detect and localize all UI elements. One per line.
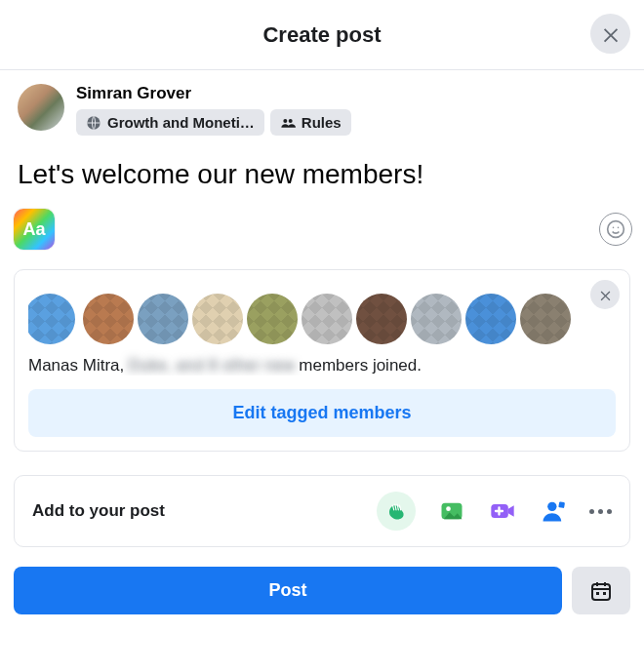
tagged-avatar <box>411 294 462 344</box>
author-name: Simran Grover <box>76 84 351 103</box>
photo-icon <box>438 497 465 525</box>
compose-tools-row: Aa <box>0 201 644 250</box>
bottom-actions: Post <box>0 547 644 614</box>
tag-person-icon <box>540 497 567 525</box>
wave-button[interactable] <box>377 492 416 531</box>
tagged-avatar <box>138 294 188 344</box>
svg-rect-10 <box>558 501 565 508</box>
tagged-avatar <box>302 294 352 344</box>
destination-label: Growth and Moneti… <box>107 114 255 131</box>
svg-point-1 <box>283 119 287 123</box>
remove-tagged-card-button[interactable] <box>590 280 620 309</box>
tagged-avatar <box>192 294 243 344</box>
add-to-post-row: Add to your post <box>14 475 630 547</box>
schedule-button[interactable] <box>572 567 630 614</box>
author-row: Simran Grover Growth and Moneti… Rules <box>0 70 644 136</box>
svg-point-7 <box>446 506 451 511</box>
svg-point-9 <box>547 502 556 511</box>
background-picker-label: Aa <box>22 219 45 240</box>
svg-point-2 <box>288 119 292 123</box>
add-to-post-label: Add to your post <box>32 501 165 521</box>
svg-point-3 <box>608 221 624 238</box>
post-text-input[interactable]: Let's welcome our new members! <box>0 136 644 201</box>
post-button[interactable]: Post <box>14 567 562 614</box>
more-icon <box>589 509 594 514</box>
group-icon <box>280 115 296 131</box>
globe-icon <box>86 115 101 131</box>
photo-button[interactable] <box>437 496 466 526</box>
tagged-summary-suffix: members joined. <box>299 356 422 376</box>
emoji-icon <box>606 219 625 239</box>
destination-chip[interactable]: Growth and Moneti… <box>76 109 264 136</box>
tagged-summary-prefix: Manas Mitra, <box>28 356 124 376</box>
calendar-icon <box>589 579 613 603</box>
rules-chip[interactable]: Rules <box>270 109 351 136</box>
video-button[interactable] <box>488 496 517 526</box>
author-info: Simran Grover Growth and Moneti… Rules <box>76 84 351 136</box>
tagged-avatar <box>83 294 134 344</box>
dialog-header: Create post <box>0 0 644 70</box>
more-button[interactable] <box>589 509 612 514</box>
add-to-post-icons <box>377 492 612 531</box>
svg-point-4 <box>613 227 615 229</box>
tag-person-button[interactable] <box>539 496 568 526</box>
close-icon <box>600 23 622 45</box>
close-icon <box>598 288 613 302</box>
author-chips: Growth and Moneti… Rules <box>76 109 351 136</box>
tagged-summary: Manas Mitra, Duke, and 8 other new membe… <box>28 348 616 376</box>
close-button[interactable] <box>590 14 630 54</box>
emoji-button[interactable] <box>599 213 632 246</box>
tagged-members-card: Manas Mitra, Duke, and 8 other new membe… <box>14 269 630 452</box>
video-plus-icon <box>489 497 516 525</box>
tagged-avatar <box>465 294 516 344</box>
svg-rect-11 <box>592 584 610 600</box>
tagged-avatar <box>28 294 75 344</box>
rules-label: Rules <box>302 114 342 131</box>
tagged-summary-blurred: Duke, and 8 other new <box>128 356 295 376</box>
svg-point-5 <box>618 227 620 229</box>
background-picker-button[interactable]: Aa <box>14 209 55 250</box>
edit-tagged-button[interactable]: Edit tagged members <box>28 389 616 437</box>
svg-rect-13 <box>603 592 606 595</box>
tagged-avatar <box>356 294 407 344</box>
svg-rect-12 <box>596 592 599 595</box>
tagged-avatars <box>28 288 616 348</box>
tagged-avatar <box>247 294 298 344</box>
author-avatar <box>18 84 64 131</box>
dialog-title: Create post <box>262 22 381 48</box>
tagged-avatar <box>520 294 571 344</box>
wave-icon <box>382 497 410 525</box>
